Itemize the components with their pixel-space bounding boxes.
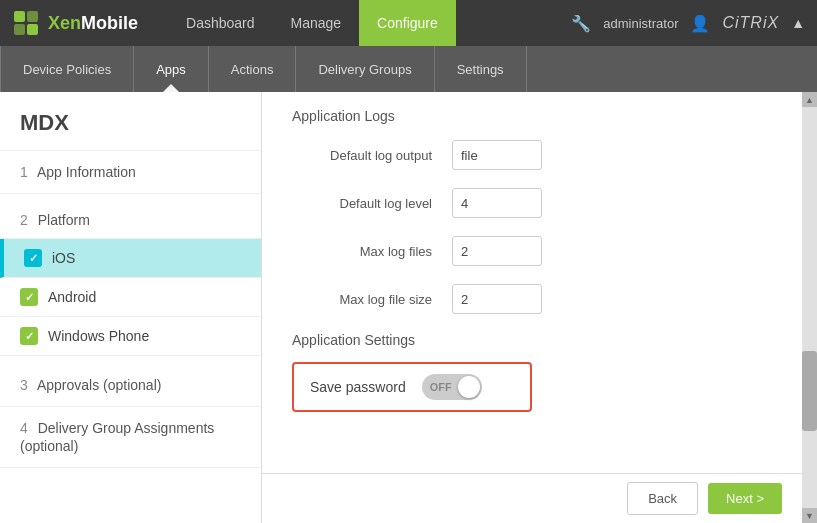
sidebar-title: MDX (0, 92, 261, 151)
nav-manage[interactable]: Manage (273, 0, 360, 46)
sidebar-step-4[interactable]: 4 Delivery Group Assignments (optional) (0, 407, 261, 468)
subnav-actions[interactable]: Actions (209, 46, 297, 92)
label-max-log-size: Max log file size (292, 292, 452, 307)
save-password-toggle[interactable]: OFF (422, 374, 482, 400)
logo-area: XenMobile (12, 9, 138, 37)
platform-windows-phone[interactable]: Windows Phone (0, 317, 261, 356)
android-checkbox (20, 288, 38, 306)
label-default-log-output: Default log output (292, 148, 452, 163)
save-password-label: Save password (310, 379, 406, 395)
sub-nav: Device Policies Apps Actions Delivery Gr… (0, 46, 817, 92)
nav-dashboard[interactable]: Dashboard (168, 0, 273, 46)
sidebar: MDX 1 App Information 2 Platform iOS And… (0, 92, 262, 523)
content-area: Application Logs Default log output Defa… (262, 92, 802, 523)
subnav-settings[interactable]: Settings (435, 46, 527, 92)
sidebar-step-3[interactable]: 3 Approvals (optional) (0, 364, 261, 407)
subnav-delivery-groups[interactable]: Delivery Groups (296, 46, 434, 92)
footer-bar: Back Next > (262, 473, 802, 523)
label-default-log-level: Default log level (292, 196, 452, 211)
form-row-default-log-output: Default log output (292, 140, 772, 170)
admin-label: administrator (603, 16, 678, 31)
form-row-max-log-files: Max log files (292, 236, 772, 266)
toggle-track: OFF (422, 374, 482, 400)
xenmobile-logo-icon (12, 9, 40, 37)
toggle-label: OFF (430, 381, 452, 393)
scrollbar-up-arrow[interactable]: ▲ (802, 92, 817, 107)
scrollbar-thumb[interactable] (802, 351, 817, 431)
top-nav: XenMobile Dashboard Manage Configure 🔧 a… (0, 0, 817, 46)
search-icon[interactable]: 🔧 (571, 14, 591, 33)
app-logs-title: Application Logs (292, 108, 772, 124)
subnav-device-policies[interactable]: Device Policies (0, 46, 134, 92)
label-max-log-files: Max log files (292, 244, 452, 259)
svg-rect-1 (27, 11, 38, 22)
save-password-row: Save password OFF (292, 362, 532, 412)
nav-configure[interactable]: Configure (359, 0, 456, 46)
content-inner: Application Logs Default log output Defa… (262, 92, 802, 492)
user-icon[interactable]: 👤 (690, 14, 710, 33)
scrollbar-down-arrow[interactable]: ▼ (802, 508, 817, 523)
svg-rect-2 (14, 24, 25, 35)
citrix-logo: CiTRiX (722, 14, 779, 32)
nav-collapse-icon[interactable]: ▲ (791, 15, 805, 31)
svg-rect-0 (14, 11, 25, 22)
nav-links: Dashboard Manage Configure (168, 0, 571, 46)
platform-ios[interactable]: iOS (0, 239, 261, 278)
input-default-log-output[interactable] (452, 140, 542, 170)
sidebar-step-2: 2 Platform iOS Android Windows Phone (0, 194, 261, 364)
form-row-max-log-size: Max log file size (292, 284, 772, 314)
app-settings-title: Application Settings (292, 332, 772, 348)
input-max-log-files[interactable] (452, 236, 542, 266)
scrollbar: ▲ ▼ (802, 92, 817, 523)
step-2-header[interactable]: 2 Platform (0, 202, 261, 239)
logo-text: XenMobile (48, 13, 138, 34)
platform-android[interactable]: Android (0, 278, 261, 317)
main-layout: MDX 1 App Information 2 Platform iOS And… (0, 92, 817, 523)
sidebar-step-1[interactable]: 1 App Information (0, 151, 261, 194)
nav-right: 🔧 administrator 👤 CiTRiX ▲ (571, 14, 805, 33)
windows-checkbox (20, 327, 38, 345)
next-label: Next > (726, 491, 764, 506)
form-row-default-log-level: Default log level (292, 188, 772, 218)
input-default-log-level[interactable] (452, 188, 542, 218)
svg-rect-3 (27, 24, 38, 35)
ios-checkbox (24, 249, 42, 267)
next-button[interactable]: Next > (708, 483, 782, 514)
toggle-knob (458, 376, 480, 398)
input-max-log-size[interactable] (452, 284, 542, 314)
subnav-apps[interactable]: Apps (134, 46, 209, 92)
back-button[interactable]: Back (627, 482, 698, 515)
